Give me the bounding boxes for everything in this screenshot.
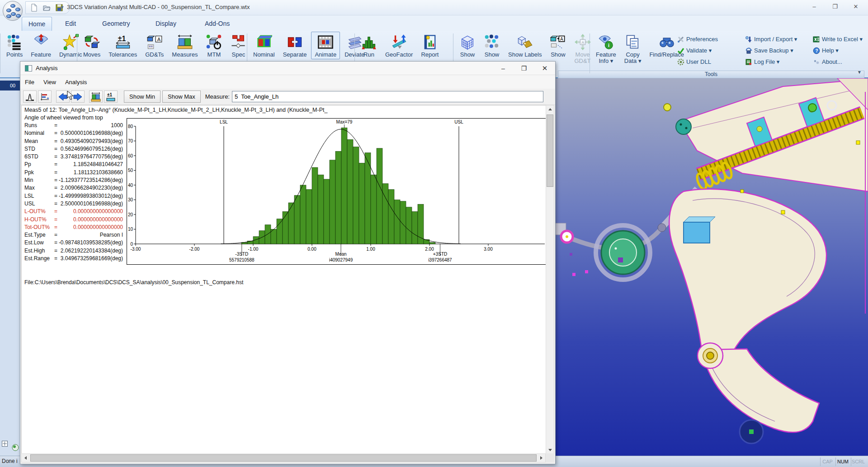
analysis-minimize-button[interactable]: –	[493, 62, 514, 75]
run-button[interactable]: Run	[357, 32, 381, 59]
feature-info-button[interactable]: iFeatureInfo ▾	[592, 32, 620, 66]
dynamic-icon	[62, 34, 79, 50]
quick-access-dropdown-icon[interactable]: ▼	[60, 5, 65, 10]
expand-grid-icon[interactable]	[2, 440, 8, 448]
chevron-down-icon[interactable]: ▼	[857, 70, 862, 75]
hscroll-thumb[interactable]	[30, 454, 537, 462]
measure-list-icon[interactable]	[89, 91, 103, 103]
analysis-close-button[interactable]: ✕	[534, 62, 555, 75]
show-points-button[interactable]: Show	[480, 32, 504, 59]
svg-text:50: 50	[128, 168, 133, 173]
animate-button[interactable]: Animate	[311, 32, 340, 59]
find-replace-button[interactable]: Find/Replace	[646, 32, 688, 59]
help-button[interactable]: ?Help ▾	[813, 45, 863, 56]
show-labels-button[interactable]: Show Labels	[505, 32, 545, 59]
copy-data-button[interactable]: CopyData ▾	[621, 32, 645, 66]
stat-row-est-low: Est.Low=-0.987481039538285(deg)	[24, 239, 123, 247]
show-model-button[interactable]: Show	[456, 32, 479, 59]
save-backup-button[interactable]: Save Backup ▾	[745, 45, 813, 56]
ribbon-button-label: Tolerances	[108, 52, 137, 58]
ribbon-button-label: CopyData ▾	[624, 52, 642, 64]
gdts-button[interactable]: AGD&Ts	[142, 32, 167, 59]
ribbon-group-5: iFeatureInfo ▾CopyData ▾Find/Replace	[592, 32, 688, 75]
scroll-left-icon[interactable]	[22, 454, 29, 462]
open-file-icon[interactable]	[42, 3, 51, 12]
stat-row-tot-out-: Tot-OUT%=0.000000000000000	[24, 224, 123, 232]
model-tree-item[interactable]: 00	[0, 81, 20, 91]
tab-geometry[interactable]: Geometry	[96, 17, 136, 31]
feature-button[interactable]: Feature	[27, 32, 55, 59]
show-min-button[interactable]: Show Min	[124, 91, 160, 103]
show-max-button[interactable]: Show Max	[162, 91, 201, 103]
histogram-view-icon[interactable]	[23, 91, 37, 103]
about-button[interactable]: About...	[813, 56, 863, 67]
analysis-window: Analysis – ❐ ✕ FileViewAnalysis ±1 Show …	[20, 61, 556, 464]
menu-file[interactable]: File	[20, 79, 39, 86]
tool-label: Save Backup ▾	[754, 47, 793, 54]
show-annotation-button[interactable]: AShow	[546, 32, 570, 59]
tab-home[interactable]: Home	[22, 17, 52, 31]
svg-text:60: 60	[128, 153, 133, 158]
tab-edit[interactable]: Edit	[59, 17, 82, 31]
tab-display[interactable]: Display	[149, 17, 183, 31]
feature-icon	[33, 34, 49, 50]
analysis-title-bar[interactable]: Analysis – ❐ ✕	[20, 62, 555, 75]
nominal-icon	[256, 34, 272, 50]
cad-viewport[interactable]	[548, 78, 868, 456]
app-logo-icon[interactable]	[3, 1, 23, 21]
resize-corner[interactable]	[546, 453, 554, 462]
barchart-view-icon[interactable]	[38, 91, 52, 103]
svg-text:40: 40	[128, 183, 133, 188]
svg-text:30: 30	[128, 197, 133, 202]
nominal-button[interactable]: Nominal	[250, 32, 278, 59]
left-panel-strip: 00	[0, 78, 20, 456]
tolerances-button[interactable]: ±1Tolerances	[105, 32, 141, 59]
report-button[interactable]: Report	[417, 32, 442, 59]
log-file-button[interactable]: Log File ▾	[745, 56, 813, 67]
spec-icon	[230, 34, 246, 50]
vscroll-thumb[interactable]	[547, 114, 553, 187]
show-annotation-icon: A	[550, 34, 566, 50]
svg-text:2.00: 2.00	[425, 247, 434, 252]
tool-label: Validate ▾	[686, 47, 712, 54]
run-icon	[361, 34, 377, 50]
scroll-right-icon[interactable]	[538, 454, 545, 462]
vertical-scrollbar[interactable]	[546, 105, 554, 454]
menu-analysis[interactable]: Analysis	[61, 79, 91, 86]
excel-button[interactable]: Write to Excel ▾	[813, 33, 863, 45]
ribbon-button-label: Animate	[315, 52, 336, 58]
tool-label: Help ▾	[822, 47, 839, 54]
svg-text:±1: ±1	[118, 35, 126, 43]
svg-text:Mean: Mean	[335, 252, 347, 257]
svg-text:?: ?	[816, 48, 818, 53]
tab-add-ons[interactable]: Add-Ons	[198, 17, 236, 31]
analysis-maximize-button[interactable]: ❐	[514, 62, 534, 75]
scroll-up-icon[interactable]	[546, 105, 554, 113]
stat-row-est-type: Est.Type=Pearson I	[24, 232, 123, 239]
svg-text:LSL: LSL	[220, 119, 228, 124]
svg-text:USL: USL	[454, 119, 463, 124]
app-maximize-button[interactable]: ❐	[825, 0, 845, 14]
animate-icon	[317, 34, 334, 50]
geofactor-button[interactable]: GeoFactor	[382, 32, 416, 59]
app-minimize-button[interactable]: –	[804, 0, 825, 14]
measure-combobox[interactable]: 5 Toe_Angle_Lh	[232, 91, 543, 102]
menu-view[interactable]: View	[39, 79, 61, 86]
import-export-button[interactable]: Import / Export ▾	[745, 33, 813, 45]
stat-row-max: Max=2.009066284902230(deg)	[24, 185, 123, 192]
svg-text:-1.00: -1.00	[248, 247, 259, 252]
log-file-icon	[745, 58, 752, 66]
horizontal-scrollbar[interactable]	[21, 453, 546, 462]
tool-label: Write to Excel ▾	[822, 36, 863, 43]
scroll-down-icon[interactable]	[546, 446, 554, 454]
tolerance-list-icon[interactable]: ±1	[104, 91, 118, 103]
separate-button[interactable]: Separate	[279, 32, 311, 59]
tool-label: Preferences	[686, 36, 718, 43]
app-close-button[interactable]: ✕	[845, 0, 866, 14]
moves-button[interactable]: Moves	[80, 32, 104, 59]
measure-label: Measure:	[205, 93, 230, 100]
measures-button[interactable]: Measures	[168, 32, 201, 59]
new-file-icon[interactable]	[29, 3, 38, 12]
mtm-button[interactable]: MTM	[202, 32, 226, 59]
points-button[interactable]: Points	[3, 32, 26, 59]
